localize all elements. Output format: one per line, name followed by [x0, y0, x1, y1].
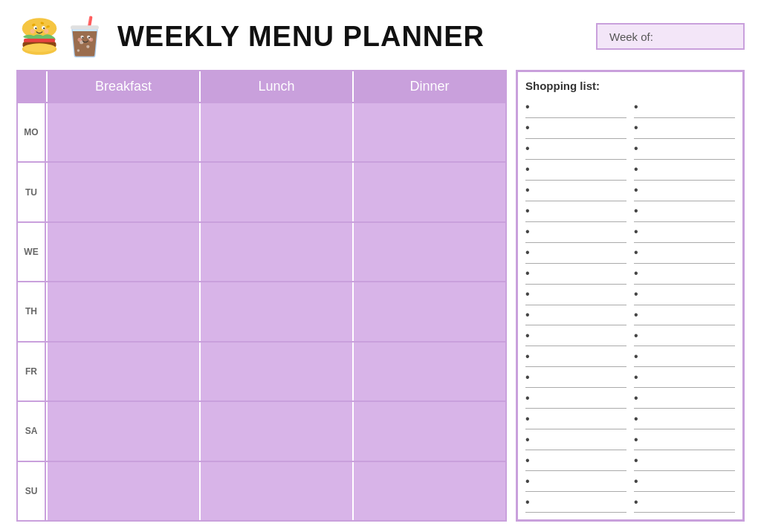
- item-line-19: [533, 290, 626, 299]
- cell-mo-breakfast[interactable]: [46, 103, 199, 161]
- cell-we-dinner[interactable]: [352, 223, 505, 281]
- cell-tu-breakfast[interactable]: [46, 163, 199, 221]
- shopping-item-24[interactable]: •: [634, 326, 735, 346]
- shopping-item-20[interactable]: •: [634, 285, 735, 305]
- shopping-item-33[interactable]: •: [525, 430, 626, 450]
- cell-tu-lunch[interactable]: [199, 163, 352, 221]
- col-header-dinner: Dinner: [352, 71, 505, 102]
- cell-sa-lunch[interactable]: [199, 402, 352, 460]
- bullet-38: •: [634, 476, 638, 487]
- shopping-item-13[interactable]: •: [525, 223, 626, 243]
- svg-point-26: [89, 38, 93, 42]
- shopping-item-6[interactable]: •: [634, 140, 735, 160]
- bullet-16: •: [634, 247, 638, 259]
- shopping-item-21[interactable]: •: [525, 306, 626, 326]
- shopping-item-1[interactable]: •: [525, 98, 626, 118]
- shopping-item-25[interactable]: •: [525, 347, 626, 367]
- shopping-item-22[interactable]: •: [634, 306, 735, 326]
- bullet-29: •: [525, 392, 530, 404]
- cell-th-lunch[interactable]: [199, 282, 352, 340]
- cell-su-breakfast[interactable]: [46, 462, 199, 520]
- bullet-23: •: [525, 330, 530, 342]
- shopping-item-23[interactable]: •: [525, 326, 626, 346]
- shopping-item-9[interactable]: •: [525, 181, 626, 201]
- shopping-item-3[interactable]: •: [525, 119, 626, 139]
- cell-su-lunch[interactable]: [199, 462, 352, 520]
- bullet-20: •: [634, 288, 638, 300]
- cell-fr-lunch[interactable]: [199, 343, 352, 400]
- svg-point-8: [30, 29, 35, 33]
- item-line-18: [641, 269, 735, 278]
- shopping-item-39[interactable]: •: [525, 493, 626, 513]
- svg-point-7: [43, 27, 45, 29]
- shopping-item-27[interactable]: •: [525, 368, 626, 388]
- bullet-33: •: [525, 434, 530, 446]
- item-line-24: [641, 331, 735, 340]
- shopping-item-31[interactable]: •: [525, 409, 626, 429]
- bullet-22: •: [634, 309, 638, 321]
- shopping-item-4[interactable]: •: [634, 119, 735, 139]
- cell-th-breakfast[interactable]: [46, 282, 199, 340]
- shopping-item-14[interactable]: •: [634, 223, 735, 243]
- shopping-item-26[interactable]: •: [634, 347, 735, 367]
- shopping-item-11[interactable]: •: [525, 202, 626, 222]
- shopping-item-35[interactable]: •: [525, 451, 626, 471]
- item-line-34: [641, 435, 735, 444]
- day-label-col-header: [18, 71, 46, 102]
- bullet-21: •: [525, 309, 530, 321]
- cell-tu-dinner[interactable]: [352, 163, 505, 221]
- shopping-item-12[interactable]: •: [634, 202, 735, 222]
- shopping-item-32[interactable]: •: [634, 409, 735, 429]
- shopping-item-40[interactable]: •: [634, 493, 735, 513]
- cell-sa-dinner[interactable]: [352, 402, 505, 460]
- bullet-9: •: [525, 184, 530, 196]
- cell-fr-breakfast[interactable]: [46, 343, 199, 400]
- shopping-item-8[interactable]: •: [634, 160, 735, 181]
- row-thursday: TH: [18, 281, 505, 340]
- cell-we-breakfast[interactable]: [46, 223, 199, 281]
- item-line-14: [641, 227, 735, 236]
- shopping-item-2[interactable]: •: [634, 98, 735, 118]
- shopping-item-5[interactable]: •: [525, 140, 626, 160]
- bullet-30: •: [634, 392, 638, 404]
- shopping-item-29[interactable]: •: [525, 389, 626, 409]
- bullet-7: •: [525, 163, 530, 175]
- shopping-item-38[interactable]: •: [634, 472, 735, 492]
- drink-icon: [65, 13, 104, 59]
- shopping-item-19[interactable]: •: [525, 285, 626, 305]
- cell-th-dinner[interactable]: [352, 282, 505, 340]
- cell-we-lunch[interactable]: [199, 223, 352, 281]
- cell-mo-dinner[interactable]: [352, 103, 505, 161]
- bullet-32: •: [634, 413, 638, 425]
- item-line-11: [533, 207, 626, 215]
- bullet-25: •: [525, 351, 530, 363]
- shopping-item-34[interactable]: •: [634, 430, 735, 450]
- week-of-box[interactable]: Week of:: [596, 23, 745, 50]
- item-line-30: [641, 394, 735, 403]
- cell-mo-lunch[interactable]: [199, 103, 352, 161]
- shopping-item-28[interactable]: •: [634, 368, 735, 388]
- shopping-item-30[interactable]: •: [634, 389, 735, 409]
- bullet-18: •: [634, 267, 638, 279]
- item-line-31: [533, 415, 626, 424]
- item-line-21: [533, 311, 626, 319]
- cell-sa-breakfast[interactable]: [46, 402, 199, 460]
- item-line-32: [641, 415, 735, 424]
- main-content: Breakfast Lunch Dinner MO TU: [16, 70, 745, 522]
- shopping-item-16[interactable]: •: [634, 244, 735, 264]
- bullet-40: •: [634, 496, 638, 508]
- shopping-item-7[interactable]: •: [525, 160, 626, 181]
- page-title: WEEKLY MENU PLANNER: [117, 21, 596, 53]
- bullet-28: •: [634, 372, 638, 383]
- shopping-item-10[interactable]: •: [634, 181, 735, 201]
- shopping-item-17[interactable]: •: [525, 265, 626, 285]
- day-label-th: TH: [18, 282, 46, 340]
- item-line-15: [533, 248, 626, 257]
- svg-rect-10: [24, 39, 55, 42]
- cell-su-dinner[interactable]: [352, 462, 505, 520]
- shopping-item-15[interactable]: •: [525, 244, 626, 264]
- shopping-item-18[interactable]: •: [634, 265, 735, 285]
- shopping-item-36[interactable]: •: [634, 451, 735, 471]
- cell-fr-dinner[interactable]: [352, 343, 505, 400]
- shopping-item-37[interactable]: •: [525, 472, 626, 492]
